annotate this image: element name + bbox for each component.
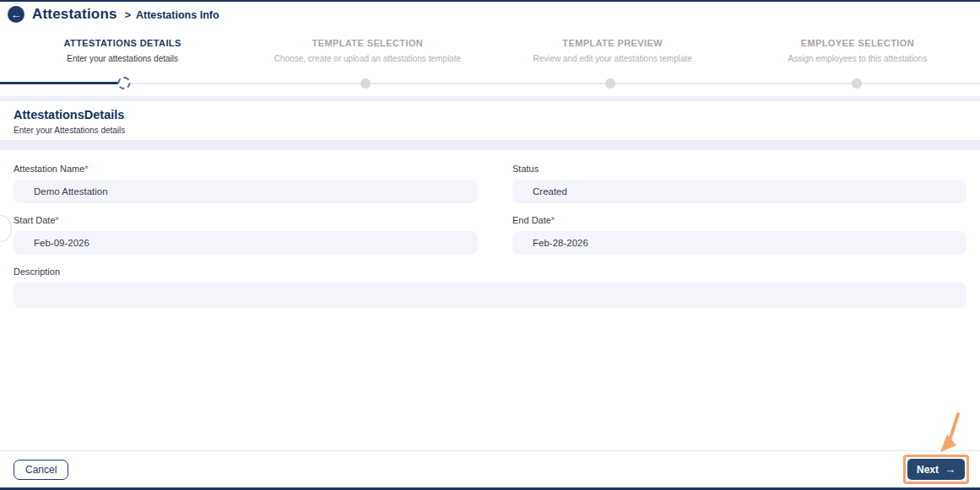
label-text: Start Date [14,215,56,225]
required-asterisk: * [84,164,88,174]
status-input[interactable] [512,180,966,203]
step-subtitle: Choose, create or upload an attestations… [245,54,490,63]
required-asterisk: * [551,215,555,225]
breadcrumb-separator: > [125,9,131,21]
end-date-label: End Date* [512,215,966,225]
breadcrumb-current: Attestations Info [136,9,219,21]
breadcrumb: > Attestations Info [125,8,219,21]
section-subtitle: Enter your Attestations details [14,126,966,135]
step-dot [360,78,371,89]
step-title: TEMPLATE PREVIEW [490,38,735,48]
label-text: Description [14,267,60,277]
required-asterisk: * [56,215,59,225]
end-date-input[interactable] [512,231,966,255]
step-title: EMPLOYEE SELECTION [735,38,980,48]
next-button-label: Next [917,464,939,476]
start-date-group: Start Date* [14,215,478,255]
stepper-track [0,83,980,84]
description-group: Description [14,267,966,308]
description-input[interactable] [14,283,966,308]
label-text: Attestation Name [14,164,84,174]
back-arrow-icon: ← [11,9,22,20]
step-title: ATTESTATIONS DETAILS [0,38,245,48]
next-button[interactable]: Next → [907,459,965,480]
attestation-name-input[interactable] [14,180,478,203]
back-button[interactable]: ← [8,6,24,23]
section-heading-card: AttestationsDetails Enter your Attestati… [0,101,980,140]
stepper-track-progress [0,82,118,84]
step-subtitle: Assign employees to this attestations [735,54,980,63]
step-title: TEMPLATE SELECTION [245,38,490,48]
step-subtitle: Review and edit your attestations templa… [490,54,735,63]
end-date-group: End Date* [512,215,966,255]
section-title: AttestationsDetails [14,108,966,121]
next-button-highlight-annotation: Next → [903,455,969,484]
start-date-input[interactable] [14,231,478,255]
page-header: ← Attestations > Attestations Info [0,2,980,27]
step-dot [852,78,862,89]
label-text: Status [512,164,539,174]
status-label: Status [512,164,966,174]
cancel-button[interactable]: Cancel [14,460,68,480]
description-label: Description [14,267,966,277]
start-date-label: Start Date* [14,215,478,225]
label-text: End Date [512,215,551,225]
page-title: Attestations [32,6,117,23]
step-subtitle: Enter your attestations details [0,54,245,63]
step-dot-active [118,77,131,89]
status-group: Status [512,164,966,203]
footer-bar: Cancel Next → [0,450,980,487]
attestation-details-form: Attestation Name* Status Start Date* End… [0,150,980,456]
attestation-name-group: Attestation Name* [14,164,478,203]
wizard-stepper: ATTESTATIONS DETAILS Enter your attestat… [0,27,980,96]
step-dot [605,78,615,89]
attestation-name-label: Attestation Name* [14,164,478,174]
arrow-right-icon: → [945,463,956,476]
